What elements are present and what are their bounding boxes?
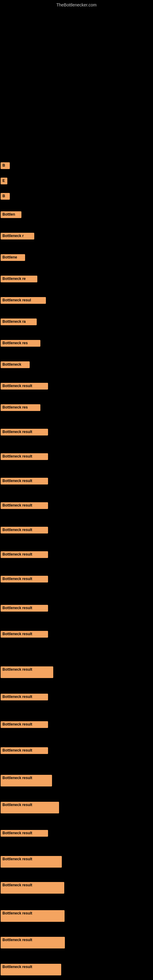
bottleneck-result-label-18[interactable]: Bottleneck result <box>1 527 48 533</box>
bottleneck-result-label-9[interactable]: Bottleneck ra <box>1 318 37 325</box>
bottleneck-result-label-4[interactable]: Bottlen <box>1 211 21 218</box>
bottleneck-result-label-24[interactable]: Bottleneck result <box>1 694 48 700</box>
bottleneck-result-label-1[interactable]: B <box>1 162 10 169</box>
bottleneck-result-label-27[interactable]: Bottleneck result <box>1 775 52 786</box>
bottleneck-result-label-12[interactable]: Bottleneck result <box>1 383 48 390</box>
bottleneck-result-label-31[interactable]: Bottleneck result <box>1 882 64 894</box>
bottleneck-result-label-33[interactable]: Bottleneck result <box>1 937 65 948</box>
bottleneck-result-label-28[interactable]: Bottleneck result <box>1 802 59 813</box>
bottleneck-result-label-3[interactable]: B <box>1 193 10 200</box>
bottleneck-result-label-22[interactable]: Bottleneck result <box>1 631 48 638</box>
bottleneck-result-label-25[interactable]: Bottleneck result <box>1 721 48 728</box>
bottleneck-result-label-20[interactable]: Bottleneck result <box>1 576 48 582</box>
bottleneck-result-label-7[interactable]: Bottleneck re <box>1 275 37 282</box>
bottleneck-result-label-32[interactable]: Bottleneck result <box>1 910 65 922</box>
bottleneck-result-label-8[interactable]: Bottleneck resul <box>1 297 46 304</box>
bottleneck-result-label-16[interactable]: Bottleneck result <box>1 478 48 485</box>
bottleneck-result-label-21[interactable]: Bottleneck result <box>1 605 48 612</box>
bottleneck-result-label-23[interactable]: Bottleneck result <box>1 667 53 678</box>
bottleneck-result-label-29[interactable]: Bottleneck result <box>1 830 48 837</box>
bottleneck-result-label-17[interactable]: Bottleneck result <box>1 502 48 509</box>
bottleneck-result-label-26[interactable]: Bottleneck result <box>1 747 48 754</box>
bottleneck-result-label-14[interactable]: Bottleneck result <box>1 429 48 436</box>
bottleneck-result-label-30[interactable]: Bottleneck result <box>1 856 62 868</box>
bottleneck-result-label-11[interactable]: Bottleneck <box>1 361 30 368</box>
bottleneck-result-label-6[interactable]: Bottlene <box>1 254 25 261</box>
bottleneck-result-label-19[interactable]: Bottleneck result <box>1 551 48 558</box>
site-title: TheBottlenecker.com <box>56 2 97 7</box>
bottleneck-result-label-5[interactable]: Bottleneck r <box>1 233 34 240</box>
bottleneck-result-label-13[interactable]: Bottleneck res <box>1 404 40 411</box>
bottleneck-result-label-34[interactable]: Bottleneck result <box>1 964 61 975</box>
bottleneck-result-label-15[interactable]: Bottleneck result <box>1 453 48 460</box>
bottleneck-result-label-2[interactable]: E <box>1 178 7 185</box>
bottleneck-result-label-10[interactable]: Bottleneck res <box>1 340 40 347</box>
